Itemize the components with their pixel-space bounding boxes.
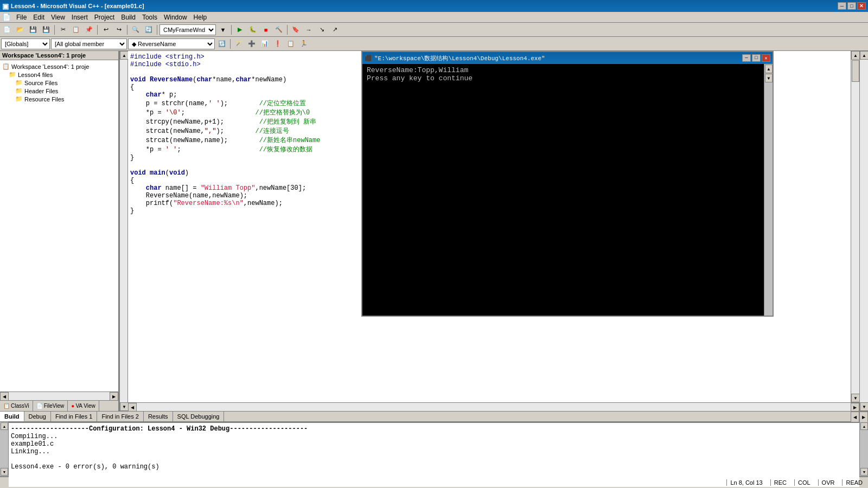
editor-scroll-up[interactable]: ▲ xyxy=(851,51,859,60)
editor-scroll-left[interactable]: ◀ xyxy=(128,403,137,411)
menu-bar: 📄 File Edit View Insert Project Build To… xyxy=(0,12,868,23)
output-scroll-up[interactable]: ▲ xyxy=(1,422,8,430)
menu-build[interactable]: Build xyxy=(118,12,139,22)
console-icon: ⬛ xyxy=(365,55,372,62)
run-button[interactable]: ▶ xyxy=(234,24,246,36)
toolbar-1: 📄 📂 💾 💾 ✂ 📋 📌 ↩ ↪ 🔍 🔄 CMyFrameWnd ▼ ▶ 🐛 … xyxy=(0,23,868,37)
tab-find1[interactable]: Find in Files 1 xyxy=(51,412,97,421)
save-button[interactable]: 💾 xyxy=(27,24,39,36)
delete-button[interactable]: ❗ xyxy=(272,38,284,50)
editor-scroll-thumb[interactable] xyxy=(852,60,859,82)
properties-button[interactable]: 📋 xyxy=(285,38,297,50)
cut-button[interactable]: ✂ xyxy=(57,24,69,36)
left-h-scrollbar: ◀ ▶ xyxy=(0,391,118,400)
output-r-up[interactable]: ▲ xyxy=(860,422,868,430)
code-editor[interactable]: #include <string.h> #include <stdio.h> v… xyxy=(128,51,851,402)
far-scroll-up[interactable]: ▲ xyxy=(860,51,868,60)
menu-view[interactable]: View xyxy=(48,12,68,22)
go-button[interactable]: 🏃 xyxy=(298,38,310,50)
output-area: ▲ ▼ --------------------Configuration: L… xyxy=(0,422,868,476)
editor-scroll-right[interactable]: ▶ xyxy=(851,403,859,411)
sep7 xyxy=(230,39,231,49)
console-minimize[interactable]: ─ xyxy=(742,54,751,62)
tree-source-files[interactable]: 📁 Source Files xyxy=(2,79,116,87)
scroll-up-mini[interactable]: ▲ xyxy=(120,51,129,60)
tree-lesson4-files[interactable]: 📁 Lesson4 files xyxy=(2,70,116,79)
tree-resource-files[interactable]: 📁 Resource Files xyxy=(2,95,116,103)
scroll-right-btn[interactable]: ▶ xyxy=(110,392,118,401)
console-close[interactable]: ✕ xyxy=(762,54,770,62)
console-scroll-up[interactable]: ▲ xyxy=(765,65,773,73)
function-combo[interactable]: ◆ ReverseName xyxy=(128,38,215,49)
find-button[interactable]: 🔍 xyxy=(130,24,142,36)
left-panel-tabs: 📋 ClassVi 📄 FileView ● VA View xyxy=(0,400,118,411)
tree-workspace-root[interactable]: 📋 Workspace 'Lesson4': 1 proje xyxy=(2,62,116,70)
tab-results[interactable]: Results xyxy=(144,412,173,421)
new-button[interactable]: 📄 xyxy=(1,24,13,36)
member-combo[interactable]: [All global member xyxy=(51,38,127,49)
debug-button[interactable]: 🐛 xyxy=(247,24,259,36)
bookmark-button[interactable]: 🔖 xyxy=(290,24,302,36)
main-area: Workspace 'Lesson4': 1 proje 📋 Workspace… xyxy=(0,51,868,411)
output-r-down[interactable]: ▼ xyxy=(860,468,868,476)
menu-window[interactable]: Window xyxy=(161,12,190,22)
console-window: ⬛ "E:\workspace\数据结构\Lesson4\Debug\Lesso… xyxy=(361,51,774,317)
sep1 xyxy=(54,25,55,35)
class-combo[interactable]: CMyFrameWnd xyxy=(159,24,216,35)
build-button[interactable]: 🔨 xyxy=(273,24,285,36)
stop-button[interactable]: ■ xyxy=(260,24,272,36)
tab-scroll-right[interactable]: ▶ xyxy=(859,412,868,422)
replace-button[interactable]: 🔄 xyxy=(143,24,155,36)
combo-arrow[interactable]: ▼ xyxy=(217,24,229,36)
console-scroll-down[interactable]: ▼ xyxy=(765,74,773,82)
add-member-button[interactable]: ➕ xyxy=(246,38,258,50)
paste-button[interactable]: 📌 xyxy=(83,24,95,36)
step-out-button[interactable]: ↗ xyxy=(329,24,341,36)
output-scroll-down[interactable]: ▼ xyxy=(1,468,8,476)
maximize-button[interactable]: □ xyxy=(847,2,856,10)
output-tabs: Build Debug Find in Files 1 Find in File… xyxy=(0,411,868,422)
menu-tools[interactable]: Tools xyxy=(139,12,161,22)
minimize-button[interactable]: ─ xyxy=(838,2,846,10)
classview-tab[interactable]: 📋 ClassVi xyxy=(0,401,33,411)
folder-icon-2: 📁 xyxy=(15,79,23,86)
scroll-left-btn[interactable]: ◀ xyxy=(0,392,9,401)
step-button[interactable]: → xyxy=(303,24,315,36)
tab-scroll-left[interactable]: ◀ xyxy=(851,412,859,422)
tree-header-files[interactable]: 📁 Header Files xyxy=(2,87,116,95)
menu-edit[interactable]: Edit xyxy=(30,12,48,22)
vaview-tab[interactable]: ● VA View xyxy=(68,401,99,411)
far-scroll-track xyxy=(860,60,868,402)
menu-project[interactable]: Project xyxy=(91,12,118,22)
tab-find2-label: Find in Files 2 xyxy=(101,413,138,420)
menu-insert[interactable]: Insert xyxy=(68,12,91,22)
tab-debug[interactable]: Debug xyxy=(24,412,51,421)
editor-content-row: #include <string.h> #include <stdio.h> v… xyxy=(128,51,859,402)
tab-sql[interactable]: SQL Debugging xyxy=(173,412,225,421)
classwiz-button[interactable]: 🪄 xyxy=(233,38,245,50)
step-into-button[interactable]: ↘ xyxy=(316,24,328,36)
far-scroll-down[interactable]: ▼ xyxy=(860,402,868,411)
menu-file[interactable]: File xyxy=(13,12,30,22)
output-scroll-track xyxy=(0,431,8,467)
editor-scroll-down[interactable]: ▼ xyxy=(851,394,859,402)
fileview-tab[interactable]: 📄 FileView xyxy=(33,401,68,411)
folder-icon-3: 📁 xyxy=(15,87,23,94)
folder-icon-4: 📁 xyxy=(15,95,23,102)
tab-find2[interactable]: Find in Files 2 xyxy=(97,412,143,421)
save-all-button[interactable]: 💾 xyxy=(40,24,52,36)
menu-help[interactable]: Help xyxy=(190,12,210,22)
open-button[interactable]: 📂 xyxy=(14,24,26,36)
tab-build[interactable]: Build xyxy=(0,412,24,421)
console-scrollbar[interactable]: ▲ ▼ xyxy=(764,64,773,316)
scroll-down-mini[interactable]: ▼ xyxy=(120,402,129,411)
undo-button[interactable]: ↩ xyxy=(100,24,112,36)
redo-button[interactable]: ↪ xyxy=(113,24,125,36)
copy-button[interactable]: 📋 xyxy=(70,24,82,36)
close-button[interactable]: ✕ xyxy=(857,2,866,10)
console-maximize[interactable]: □ xyxy=(752,54,761,62)
sync-button[interactable]: 🔃 xyxy=(216,38,228,50)
editor-bottom-scrollbar: ◀ ▶ xyxy=(128,402,859,411)
globals-combo[interactable]: [Globals] xyxy=(1,38,50,49)
add-var-button[interactable]: 📊 xyxy=(259,38,271,50)
